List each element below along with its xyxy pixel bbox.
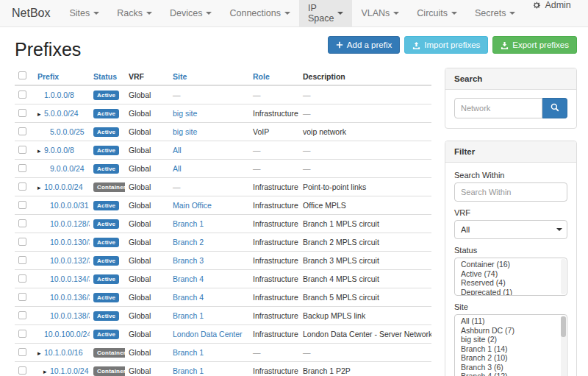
site-link[interactable]: All (173, 164, 182, 173)
search-panel-title: Search (445, 68, 576, 90)
listbox-option[interactable]: Ashburn DC (7) (455, 327, 567, 336)
prefix-link[interactable]: 5.0.0.0/25 (50, 127, 85, 136)
listbox-option[interactable]: Branch 3 (6) (455, 363, 567, 373)
prefix-link[interactable]: 10.0.0.128/31 (50, 219, 90, 228)
prefix-link[interactable]: 10.0.0.0/24 (44, 182, 83, 191)
listbox-option[interactable]: big site (2) (455, 336, 567, 345)
brand-link[interactable]: NetBox (0, 0, 60, 26)
row-checkbox[interactable] (18, 219, 26, 227)
prefix-link[interactable]: 1.0.0.0/8 (44, 91, 74, 99)
nav-link[interactable]: Connections (220, 0, 299, 26)
search-within-input[interactable] (454, 182, 567, 202)
row-checkbox[interactable] (18, 330, 26, 338)
status-badge: Active (93, 219, 119, 229)
prefix-link[interactable]: 10.0.0.136/31 (50, 293, 90, 302)
site-link[interactable]: Branch 4 (173, 274, 204, 283)
filter-label-search-within: Search Within (454, 171, 567, 180)
sort-link[interactable]: Role (253, 72, 270, 81)
add-a-prefix-button[interactable]: Add a prefix (328, 36, 400, 54)
listbox-option[interactable]: Branch 4 (12) (455, 372, 567, 376)
prefix-link[interactable]: 10.0.0.134/31 (50, 274, 90, 283)
listbox-option[interactable]: All (11) (455, 317, 567, 327)
row-checkbox[interactable] (18, 366, 26, 375)
column-header-status[interactable]: Status (90, 68, 125, 85)
site-link[interactable]: big site (173, 127, 197, 136)
search-icon (551, 103, 559, 114)
row-checkbox[interactable] (18, 164, 26, 172)
site-link[interactable]: Branch 1 (173, 311, 204, 320)
row-checkbox[interactable] (18, 201, 26, 209)
prefix-link[interactable]: 9.0.0.0/24 (50, 164, 85, 173)
row-checkbox[interactable] (18, 91, 26, 99)
site-link[interactable]: Main Office (173, 201, 212, 210)
import-prefixes-button[interactable]: Import prefixes (404, 36, 488, 54)
sort-link[interactable]: Status (93, 72, 117, 81)
row-checkbox[interactable] (18, 109, 26, 117)
site-link[interactable]: London Data Center (173, 330, 243, 338)
column-header-prefix[interactable]: Prefix (34, 68, 90, 85)
row-checkbox[interactable] (18, 146, 26, 154)
sort-link[interactable]: Site (173, 72, 187, 81)
search-button[interactable] (542, 98, 567, 118)
admin-link[interactable]: Admin (524, 0, 578, 10)
table-row: ▸10.1.0.0/24ContainerGlobalBranch 1Infra… (15, 362, 431, 376)
prefix-link[interactable]: 10.1.0.0/16 (44, 348, 83, 357)
site-link[interactable]: big site (173, 109, 197, 118)
nav-link[interactable]: Sites (60, 0, 108, 26)
prefix-link[interactable]: 5.0.0.0/24 (44, 109, 79, 118)
prefix-link[interactable]: 10.0.0.132/31 (50, 256, 90, 265)
site-link[interactable]: Branch 3 (173, 256, 204, 265)
prefix-link[interactable]: 10.1.0.0/24 (50, 366, 89, 375)
role-cell: VoIP (249, 123, 299, 141)
row-checkbox[interactable] (18, 256, 26, 264)
expand-arrow-icon: ▸ (37, 184, 44, 191)
chevron-down-icon (93, 12, 99, 15)
site-link[interactable]: Branch 1 (173, 348, 204, 357)
select-all-checkbox[interactable] (18, 71, 26, 79)
role-cell: — (249, 344, 299, 362)
prefix-link[interactable]: 10.0.0.130/31 (50, 238, 90, 246)
listbox-option[interactable]: Active (74) (455, 270, 567, 280)
status-badge: Active (93, 109, 119, 118)
listbox-option[interactable]: Branch 2 (10) (455, 354, 567, 363)
export-prefixes-button[interactable]: Export prefixes (492, 36, 577, 54)
profile-link[interactable]: Profile (579, 0, 588, 10)
search-input[interactable] (454, 98, 542, 118)
listbox-option[interactable]: Container (16) (455, 260, 567, 270)
listbox-option[interactable]: Deprecated (1) (455, 288, 567, 297)
row-checkbox[interactable] (18, 293, 26, 301)
column-header-role[interactable]: Role (249, 68, 299, 85)
row-checkbox[interactable] (18, 274, 26, 283)
sort-link[interactable]: Prefix (37, 72, 59, 81)
scrollbar-track[interactable] (561, 316, 566, 376)
prefix-link[interactable]: 10.0.0.0/31 (50, 201, 89, 210)
prefix-link[interactable]: 10.0.0.138/31 (50, 311, 90, 320)
site-link[interactable]: Branch 1 (173, 366, 204, 375)
row-checkbox[interactable] (18, 127, 26, 135)
site-link[interactable]: Branch 1 (173, 219, 204, 228)
row-checkbox[interactable] (18, 182, 26, 191)
listbox-option[interactable]: Reserved (4) (455, 279, 567, 288)
nav-link[interactable]: Racks (108, 0, 161, 26)
prefix-link[interactable]: 10.0.100.0/24 (44, 330, 90, 338)
nav-link[interactable]: VLANs (352, 0, 408, 26)
site-link[interactable]: Branch 4 (173, 293, 204, 302)
site-link[interactable]: Branch 2 (173, 238, 204, 246)
row-checkbox[interactable] (18, 348, 26, 356)
scrollbar-thumb[interactable] (561, 316, 566, 337)
vrf-select[interactable]: All (454, 220, 567, 239)
role-cell: — (249, 141, 299, 160)
vrf-cell: Global (125, 325, 169, 344)
nav-link[interactable]: IP Space (299, 0, 352, 26)
row-checkbox[interactable] (18, 311, 26, 319)
prefix-link[interactable]: 9.0.0.0/8 (44, 146, 74, 155)
site-link[interactable]: All (173, 146, 182, 155)
table-row: ▸10.1.0.0/16ContainerGlobalBranch 1—— (15, 344, 431, 362)
listbox-option[interactable]: Branch 1 (14) (455, 345, 567, 355)
row-checkbox[interactable] (18, 238, 26, 246)
scrollbar-track[interactable] (561, 259, 566, 294)
column-header-site[interactable]: Site (169, 68, 249, 85)
nav-link[interactable]: Circuits (408, 0, 466, 26)
nav-link[interactable]: Secrets (466, 0, 524, 26)
nav-link[interactable]: Devices (161, 0, 220, 26)
